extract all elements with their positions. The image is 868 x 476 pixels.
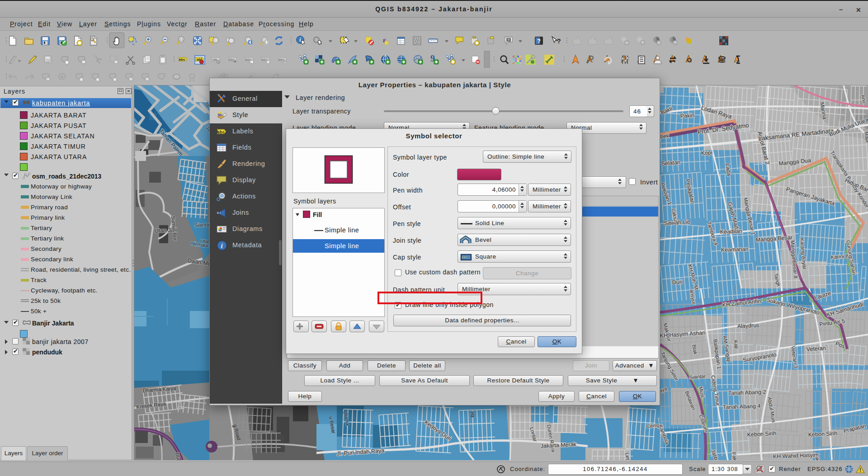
svg-text:Duri: Duri [672, 279, 683, 286]
svg-text:1:1: 1:1 [179, 38, 183, 41]
svg-text:abc: abc [278, 57, 285, 61]
svg-text:Selatan: Selatan [661, 159, 680, 167]
svg-text:i: i [221, 242, 223, 250]
svg-text:!: ! [859, 467, 861, 473]
svg-text:Pakin: Pakin [680, 112, 694, 119]
svg-text:T: T [508, 38, 510, 42]
svg-text:abc: abc [217, 130, 225, 134]
svg-text:abc: abc [179, 57, 185, 61]
svg-text:bek: bek [660, 132, 670, 140]
svg-text:Tanah Abang 2: Tanah Abang 2 [728, 389, 766, 396]
svg-text:Alaydrus: Alaydrus [737, 322, 759, 330]
svg-text:Tanah Abang 4: Tanah Abang 4 [723, 403, 761, 410]
svg-text:ab: ab [213, 57, 217, 61]
svg-text:?: ? [537, 38, 541, 44]
svg-text:?: ? [557, 38, 561, 45]
svg-text:Keadilan: Keadilan [720, 228, 742, 235]
svg-text:Kopi: Kopi [701, 150, 712, 156]
svg-text:Keamanan: Keamanan [721, 246, 749, 253]
